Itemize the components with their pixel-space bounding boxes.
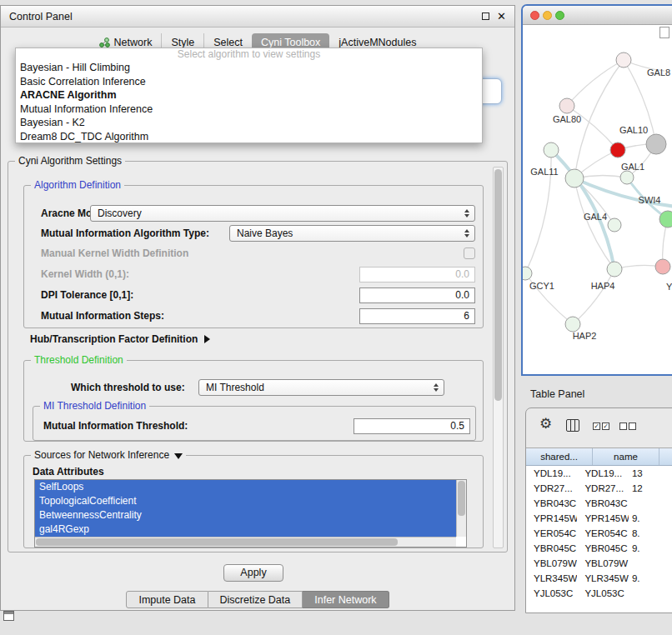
cell: YBR043C bbox=[526, 498, 577, 508]
cell: 9. bbox=[629, 573, 672, 583]
algorithm-placeholder-option[interactable]: Select algorithm to view settings bbox=[16, 48, 482, 61]
cell: YJL053C bbox=[526, 588, 577, 598]
kernel-width-input[interactable]: 0.0 bbox=[359, 267, 475, 282]
scrollbar-thumb[interactable] bbox=[458, 481, 465, 516]
close-icon[interactable]: ✕ bbox=[497, 11, 506, 22]
network-node[interactable] bbox=[646, 134, 666, 154]
list-item[interactable]: gal4RGexp bbox=[35, 522, 456, 537]
cell: 12 bbox=[629, 483, 672, 493]
mi-threshold-label: Mutual Information Threshold: bbox=[43, 418, 188, 434]
select-all-columns-icon[interactable]: ✓✓ bbox=[593, 422, 609, 430]
list-item[interactable]: TopologicalCoefficient bbox=[35, 494, 456, 508]
network-node[interactable] bbox=[655, 259, 670, 274]
table-toolbar: ⚙ ✓✓ bbox=[526, 408, 672, 448]
algorithm-option[interactable]: Dream8 DC_TDC Algorithm bbox=[16, 130, 482, 144]
float-window-icon[interactable] bbox=[482, 12, 489, 20]
cell: YLR345W bbox=[526, 573, 577, 583]
cell: YPR145W bbox=[526, 513, 577, 523]
network-node[interactable] bbox=[523, 267, 532, 280]
network-node[interactable] bbox=[544, 142, 559, 158]
network-edge[interactable] bbox=[567, 60, 624, 106]
tab-infer-network[interactable]: Infer Network bbox=[303, 591, 389, 608]
list-vertical-scrollbar[interactable] bbox=[456, 480, 466, 537]
algorithm-option[interactable]: Bayesian - K2 bbox=[16, 116, 482, 130]
cell: YJL053C bbox=[577, 588, 628, 598]
cell: YBL079W bbox=[526, 558, 577, 568]
scrollbar-thumb[interactable] bbox=[36, 538, 398, 546]
mi-steps-input[interactable]: 6 bbox=[359, 308, 475, 324]
apply-button[interactable]: Apply bbox=[223, 564, 283, 582]
cell: 13 bbox=[629, 468, 672, 478]
cell: YPR145W bbox=[577, 513, 628, 523]
tab-discretize-data[interactable]: Discretize Data bbox=[208, 591, 303, 608]
network-node-label: GAL80 bbox=[553, 114, 581, 124]
network-node[interactable] bbox=[659, 211, 672, 228]
mi-algorithm-type-select[interactable]: Naive Bayes bbox=[229, 225, 475, 242]
tab-impute-data[interactable]: Impute Data bbox=[126, 591, 208, 608]
table-row[interactable]: YER054CYER054C8. bbox=[526, 526, 672, 541]
sources-legend-toggle[interactable]: Sources for Network Inference bbox=[31, 449, 186, 461]
columns-icon[interactable] bbox=[566, 419, 579, 432]
column-header[interactable]: shared... bbox=[526, 448, 593, 465]
network-node[interactable] bbox=[616, 52, 631, 68]
close-button[interactable] bbox=[530, 11, 539, 20]
control-panel-titlebar: Control Panel ✕ bbox=[1, 6, 514, 28]
combo-arrows-icon bbox=[464, 209, 469, 218]
network-node-label: GAL10 bbox=[619, 125, 648, 135]
cell: YDR27... bbox=[526, 483, 577, 493]
network-node[interactable] bbox=[565, 169, 584, 188]
table-row[interactable]: YBR045CYBR045C9. bbox=[526, 541, 672, 556]
algorithm-option[interactable]: Bayesian - Hill Climbing bbox=[16, 61, 482, 75]
list-item[interactable]: BetweennessCentrality bbox=[35, 508, 456, 522]
network-canvas[interactable]: GAL80GAL8GAL10GAL11GAL1SWI4GAL4GCY1HAP4Y… bbox=[523, 25, 672, 374]
expand-right-icon bbox=[204, 335, 210, 343]
gear-icon[interactable]: ⚙ bbox=[539, 415, 552, 432]
dpi-tolerance-input[interactable]: 0.0 bbox=[359, 288, 475, 303]
network-canvas-area[interactable]: GAL80GAL8GAL10GAL11GAL1SWI4GAL4GCY1HAP4Y… bbox=[523, 25, 672, 374]
cell: YDR27... bbox=[577, 483, 628, 493]
control-panel-title: Control Panel bbox=[9, 11, 73, 22]
hub-definition-toggle[interactable]: Hub/Transcription Factor Definition bbox=[30, 333, 210, 345]
list-item[interactable]: SelfLoops bbox=[35, 480, 456, 494]
aracne-mode-select[interactable]: Discovery bbox=[90, 205, 475, 222]
manual-kernel-width-checkbox[interactable] bbox=[464, 248, 475, 259]
network-node[interactable] bbox=[607, 262, 622, 277]
minimize-button[interactable] bbox=[543, 11, 552, 20]
dock-panel-icon[interactable] bbox=[3, 611, 14, 621]
algorithm-dropdown-popup: Select algorithm to view settings Bayesi… bbox=[15, 48, 483, 143]
network-edge[interactable] bbox=[573, 269, 614, 324]
mi-threshold-input[interactable]: 0.5 bbox=[354, 418, 470, 434]
column-header[interactable]: name bbox=[593, 448, 659, 465]
which-threshold-select[interactable]: MI Threshold bbox=[198, 379, 444, 396]
network-node[interactable] bbox=[559, 98, 574, 113]
table-row[interactable]: YDR27...YDR27...12 bbox=[526, 481, 672, 496]
network-node-label: GCY1 bbox=[529, 281, 554, 291]
algorithm-option[interactable]: Mutual Information Inference bbox=[16, 102, 482, 117]
table-row[interactable]: YBR043CYBR043C bbox=[526, 496, 672, 511]
table-row[interactable]: YDL19...YDL19...13 bbox=[526, 466, 672, 481]
table-row[interactable]: YJL053CYJL053C bbox=[526, 586, 672, 601]
network-node-label: GAL1 bbox=[621, 162, 644, 172]
settings-scrollbar[interactable] bbox=[493, 167, 504, 548]
algorithm-option-selected[interactable]: ARACNE Algorithm bbox=[16, 88, 482, 102]
list-horizontal-scrollbar[interactable] bbox=[35, 537, 456, 547]
network-node[interactable] bbox=[608, 218, 621, 232]
network-edge[interactable] bbox=[574, 60, 624, 178]
zoom-button[interactable] bbox=[555, 11, 564, 20]
network-node[interactable] bbox=[620, 171, 634, 184]
scrollbar-thumb[interactable] bbox=[494, 169, 502, 401]
column-header[interactable] bbox=[659, 448, 672, 465]
tab-network-label: Network bbox=[114, 37, 153, 48]
sources-legend-label: Sources for Network Inference bbox=[34, 449, 169, 461]
algorithm-option[interactable]: Basic Correlation Inference bbox=[16, 75, 482, 89]
network-node[interactable] bbox=[565, 317, 580, 332]
cell: YDL19... bbox=[577, 468, 628, 478]
table-row[interactable]: YBL079WYBL079W bbox=[526, 556, 672, 571]
network-node[interactable] bbox=[610, 142, 625, 158]
threshold-definition-group: Threshold Definition Which threshold to … bbox=[23, 360, 484, 442]
table-row[interactable]: YPR145WYPR145W9. bbox=[526, 511, 672, 526]
network-window-titlebar bbox=[523, 6, 672, 25]
deselect-all-columns-icon[interactable] bbox=[619, 422, 636, 430]
table-row[interactable]: YLR345WYLR345W9. bbox=[526, 571, 672, 586]
cell: YBR045C bbox=[526, 543, 577, 553]
